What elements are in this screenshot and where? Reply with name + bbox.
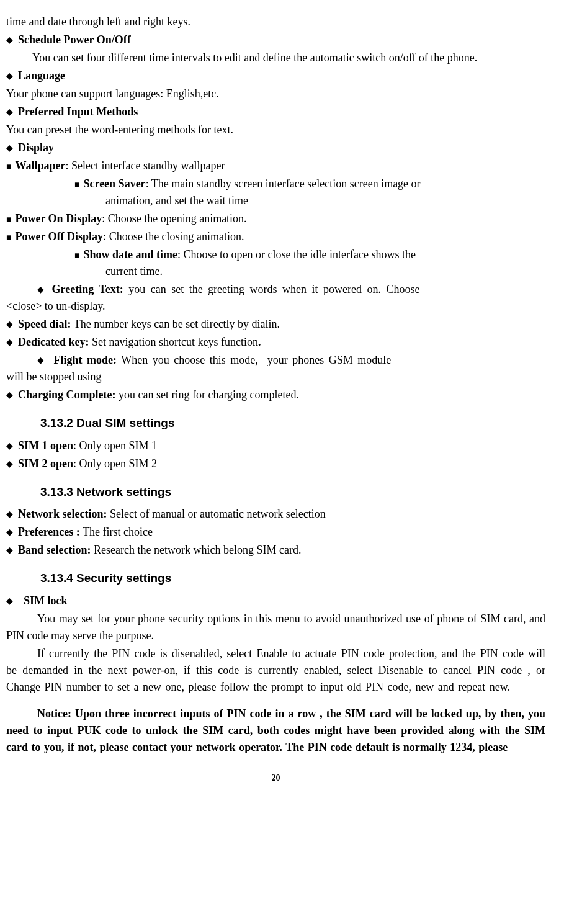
item-tail: : Only open SIM 1	[73, 439, 157, 452]
diamond-icon: ◆	[6, 318, 13, 331]
square-icon: ■	[6, 231, 11, 244]
notice-text: Notice: Upon three incorrect inputs of P…	[6, 706, 545, 756]
diamond-icon: ◆	[6, 70, 13, 83]
sub-head: Wallpaper	[15, 159, 65, 172]
item-head: Band selection:	[18, 544, 91, 556]
sub-tail: : Choose the opening animation.	[102, 212, 246, 225]
diamond-icon: ◆	[6, 526, 13, 539]
poweroff-sub: ■ Power Off Display: Choose the closing …	[6, 228, 545, 245]
square-icon: ■	[6, 160, 11, 173]
sub-tail: : The main standby screen interface sele…	[146, 177, 421, 190]
sub-head: Power Off Display	[15, 230, 103, 243]
sim2-item: ◆ SIM 2 open: Only open SIM 2	[6, 455, 545, 472]
simlock-item: ◆ SIM lock	[6, 593, 545, 609]
sub-head: Screen Saver	[83, 177, 145, 190]
schedule-power-item: ◆ Schedule Power On/Off	[6, 32, 545, 48]
item-tail: When you choose this mode, your phones G…	[121, 354, 391, 366]
schedule-body: You can set four different time interval…	[6, 50, 545, 66]
greeting-item: ◆ Greeting Text: you can set the greetin…	[6, 281, 545, 315]
heading-network: 3.13.3 Network settings	[40, 483, 545, 501]
display-item: ◆ Display	[6, 140, 545, 156]
item-head: SIM 1 open	[18, 439, 73, 452]
intro-fragment: time and date through left and right key…	[6, 14, 545, 30]
simlock-p1: You may set for your phone security opti…	[6, 611, 545, 644]
diamond-icon: ◆	[6, 439, 13, 452]
band-sel-item: ◆ Band selection: Research the network w…	[6, 542, 545, 558]
network-sel-item: ◆ Network selection: Select of manual or…	[6, 506, 545, 523]
item-head: Language	[18, 70, 65, 82]
sub-head: Show date and time	[83, 248, 177, 261]
page-number: 20	[6, 771, 545, 784]
square-icon: ■	[74, 251, 79, 260]
item-head: SIM 2 open	[18, 457, 73, 470]
language-body: Your phone can support languages: Englis…	[6, 86, 545, 102]
diamond-icon: ◆	[6, 388, 13, 401]
sub-tail: : Choose the closing animation.	[103, 230, 244, 243]
item-head: Dedicated key:	[18, 336, 89, 348]
diamond-icon: ◆	[6, 336, 13, 349]
item-tail: Set navigation shortcut keys function	[92, 336, 258, 348]
diamond-icon: ◆	[6, 544, 13, 557]
item-head: Greeting Text:	[52, 283, 123, 295]
item-head: Charging Complete:	[18, 388, 115, 401]
heading-security: 3.13.4 Security settings	[40, 570, 545, 588]
item-tail-cont: <close> to un-display.	[6, 300, 105, 312]
sub-tail: : Choose to open or close the idle inter…	[177, 248, 416, 261]
item-head: Preferences :	[18, 526, 80, 538]
square-icon: ■	[6, 213, 11, 226]
simlock-p2: If currently the PIN code is disenabled,…	[6, 645, 545, 696]
sub-tail-cont: animation, and set the wait time	[105, 192, 545, 209]
screensaver-sub: ■Screen Saver: The main standby screen i…	[74, 176, 545, 209]
sub-tail-cont: current time.	[105, 263, 545, 280]
sub-head: Power On Display	[15, 212, 102, 225]
item-head: Display	[18, 141, 54, 154]
diamond-icon: ◆	[6, 457, 13, 470]
diamond-icon: ◆	[6, 594, 13, 608]
item-tail-cont: will be stopped using	[6, 369, 545, 385]
sub-tail: : Select interface standby wallpaper	[65, 159, 225, 172]
showdate-sub: ■Show date and time: Choose to open or c…	[74, 246, 545, 280]
item-head: Speed dial:	[18, 318, 71, 330]
item-tail: : Only open SIM 2	[73, 457, 157, 470]
item-head: SIM lock	[24, 594, 68, 607]
diamond-icon: ◆	[6, 34, 13, 47]
item-head: Preferred Input Methods	[18, 105, 138, 118]
wallpaper-sub: ■ Wallpaper: Select interface standby wa…	[6, 158, 545, 174]
item-head: Flight mode:	[54, 354, 117, 366]
dedicated-item: ◆ Dedicated key: Set navigation shortcut…	[6, 334, 545, 351]
diamond-icon: ◆	[6, 141, 13, 155]
diamond-icon: ◆	[37, 356, 44, 365]
preferences-item: ◆ Preferences : The first choice	[6, 524, 545, 540]
language-item: ◆ Language	[6, 68, 545, 84]
diamond-icon: ◆	[6, 105, 13, 119]
item-head: Schedule Power On/Off	[18, 34, 131, 46]
sim1-item: ◆ SIM 1 open: Only open SIM 1	[6, 437, 545, 454]
item-tail: you can set the greeting words when it p…	[128, 283, 419, 295]
item-tail: Research the network which belong SIM ca…	[94, 544, 301, 556]
diamond-icon: ◆	[37, 285, 44, 294]
diamond-icon: ◆	[6, 508, 13, 521]
charging-item: ◆ Charging Complete: you can set ring fo…	[6, 387, 545, 403]
item-tail: The number keys can be set directly by d…	[74, 318, 280, 330]
item-tail: Select of manual or automatic network se…	[110, 508, 326, 520]
flight-item: ◆ Flight mode: When you choose this mode…	[6, 352, 545, 385]
speeddial-item: ◆ Speed dial: The number keys can be set…	[6, 316, 545, 333]
heading-dual-sim: 3.13.2 Dual SIM settings	[40, 415, 545, 433]
input-methods-body: You can preset the word-entering methods…	[6, 122, 545, 138]
item-tail: The first choice	[83, 526, 153, 538]
trailing-dot: .	[258, 336, 261, 348]
item-tail: you can set ring for charging completed.	[119, 388, 299, 401]
item-head: Network selection:	[18, 508, 107, 520]
square-icon: ■	[74, 180, 79, 189]
input-methods-item: ◆ Preferred Input Methods	[6, 104, 545, 120]
poweron-sub: ■ Power On Display: Choose the opening a…	[6, 210, 545, 227]
